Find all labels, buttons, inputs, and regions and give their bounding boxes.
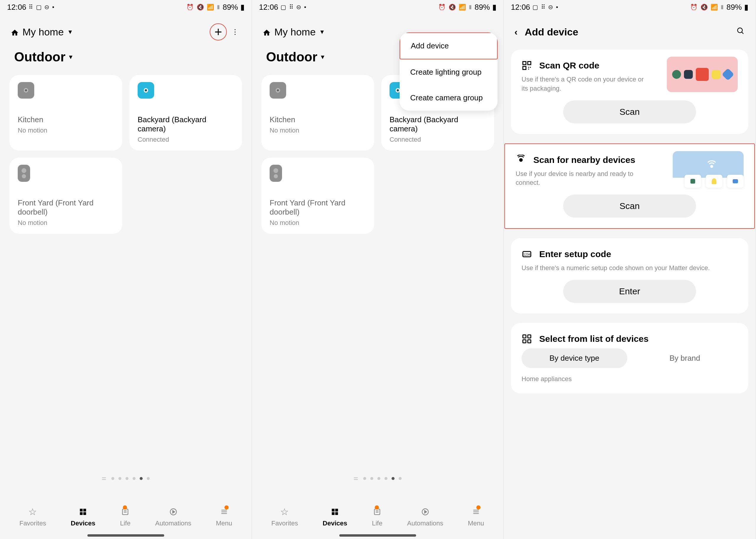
device-card-kitchen[interactable]: Kitchen No motion xyxy=(261,75,374,151)
add-button[interactable]: + xyxy=(210,23,227,40)
add-device-content: Scan QR code Use if there's a QR code on… xyxy=(504,49,755,394)
nav-life[interactable]: Life xyxy=(372,506,382,527)
svg-point-39 xyxy=(711,165,713,167)
room-name: Outdoor xyxy=(266,49,317,64)
dropdown-arrow-icon: ▼ xyxy=(319,29,325,36)
scan-qr-button[interactable]: Scan xyxy=(563,100,696,123)
battery-icon: ▮ xyxy=(492,3,496,12)
status-bar: 12:06 ▢ ⠿ ⊝ • ⏰ 🔇 📶 ⫴ 89% ▮ xyxy=(252,0,504,14)
svg-rect-42 xyxy=(523,335,526,338)
svg-rect-43 xyxy=(528,335,531,338)
svg-point-3 xyxy=(145,89,147,92)
status-left-icons: ▢ ⠿ ⊝ • xyxy=(533,4,559,11)
room-selector[interactable]: Outdoor ▼ xyxy=(0,49,252,75)
battery-icon: ▮ xyxy=(240,3,244,12)
popup-add-device[interactable]: Add device xyxy=(399,33,498,59)
status-right-icons: ⏰ 🔇 📶 ⫴ xyxy=(186,4,220,11)
pagination[interactable] xyxy=(354,477,402,480)
scan-nearby-button[interactable]: Scan xyxy=(563,194,696,217)
code-icon: 1234 xyxy=(522,249,532,260)
svg-rect-5 xyxy=(83,509,86,511)
qr-illustration xyxy=(667,57,738,92)
svg-rect-44 xyxy=(523,340,526,343)
nav-favorites[interactable]: ☆ Favorites xyxy=(271,506,298,527)
svg-text:1234: 1234 xyxy=(523,253,530,256)
nav-favorites[interactable]: ☆ Favorites xyxy=(20,506,46,527)
status-right-icons: ⏰ 🔇 📶 ⫴ xyxy=(438,4,472,11)
svg-point-30 xyxy=(738,28,742,33)
home-selector[interactable]: My home ▼ xyxy=(11,26,73,38)
by-device-type-button[interactable]: By device type xyxy=(522,348,627,368)
popup-camera-group[interactable]: Create camera group xyxy=(399,85,498,111)
device-card-kitchen[interactable]: Kitchen No motion xyxy=(9,75,122,151)
star-icon: ☆ xyxy=(279,506,290,517)
nav-automations[interactable]: Automations xyxy=(407,506,443,527)
popup-lighting-group[interactable]: Create lighting group xyxy=(399,59,498,85)
svg-rect-32 xyxy=(523,62,526,65)
home-selector[interactable]: My home ▼ xyxy=(263,26,325,38)
bottom-nav: ☆ Favorites Devices Life Automations xyxy=(252,506,504,527)
back-button[interactable]: ‹ xyxy=(514,27,521,38)
section-label: Home appliances xyxy=(522,375,738,383)
device-status: No motion xyxy=(18,219,114,227)
nav-menu[interactable]: Menu xyxy=(468,506,484,527)
device-card-backyard[interactable]: Backyard (Backyard camera) Connected xyxy=(129,75,242,151)
device-status: Connected xyxy=(389,136,486,143)
svg-rect-22 xyxy=(335,512,338,515)
status-left-icons: ▢ ⠿ ⊝ • xyxy=(281,4,307,11)
device-card-frontyard[interactable]: Front Yard (Front Yard doorbell) No moti… xyxy=(261,158,374,234)
home-title-text: My home xyxy=(23,26,64,38)
pagination[interactable] xyxy=(102,477,150,480)
nav-automations[interactable]: Automations xyxy=(155,506,191,527)
svg-rect-19 xyxy=(332,509,335,511)
status-battery: 89% xyxy=(726,3,742,12)
svg-rect-34 xyxy=(523,66,526,70)
card-setup-code[interactable]: 1234 Enter setup code Use if there's a n… xyxy=(511,238,748,314)
screen-home: 12:06 ⠿ ▢ ⊝ • ⏰ 🔇 📶 ⫴ 89% ▮ My home ▼ + … xyxy=(0,0,252,539)
card-scan-nearby[interactable]: Scan for nearby devices Use if your devi… xyxy=(504,143,755,229)
camera-icon xyxy=(137,82,154,99)
card-select-list[interactable]: Select from list of devices By device ty… xyxy=(511,323,748,394)
home-icon xyxy=(263,28,271,36)
search-button[interactable] xyxy=(736,27,745,37)
device-name: Kitchen xyxy=(270,115,366,124)
status-left-icons: ⠿ ▢ ⊝ • xyxy=(29,4,55,11)
play-icon xyxy=(168,506,179,517)
bottom-nav: ☆ Favorites Devices Life Automations xyxy=(0,506,252,527)
device-card-frontyard[interactable]: Front Yard (Front Yard doorbell) No moti… xyxy=(9,158,122,234)
nav-life[interactable]: Life xyxy=(120,506,130,527)
home-indicator[interactable] xyxy=(339,534,416,537)
status-bar: 12:06 ⠿ ▢ ⊝ • ⏰ 🔇 📶 ⫴ 89% ▮ xyxy=(0,0,252,14)
device-status: No motion xyxy=(18,127,114,134)
battery-icon: ▮ xyxy=(744,3,748,12)
add-device-header: ‹ Add device xyxy=(504,14,755,49)
more-menu-button[interactable]: ⋮ xyxy=(229,28,241,36)
svg-line-31 xyxy=(742,32,744,34)
screen-add-device: 12:06 ▢ ⠿ ⊝ • ⏰ 🔇 📶 ⫴ 89% ▮ ‹ Add device… xyxy=(504,0,756,539)
grid-icon xyxy=(78,506,88,517)
by-brand-button[interactable]: By brand xyxy=(632,348,738,368)
home-indicator[interactable] xyxy=(87,534,164,537)
device-status: No motion xyxy=(270,219,366,227)
play-icon xyxy=(420,506,431,517)
card-scan-qr[interactable]: Scan QR code Use if there's a QR code on… xyxy=(511,49,748,134)
svg-point-18 xyxy=(397,89,399,92)
status-right-icons: ⏰ 🔇 📶 ⫴ xyxy=(690,4,724,11)
svg-point-38 xyxy=(520,159,522,161)
card-title: Scan QR code xyxy=(539,60,599,71)
svg-rect-36 xyxy=(530,67,531,68)
svg-rect-33 xyxy=(528,62,531,65)
nav-devices[interactable]: Devices xyxy=(323,506,347,527)
card-desc: Use if there's a QR code on your device … xyxy=(522,75,651,93)
device-grid: Kitchen No motion Backyard (Backyard cam… xyxy=(0,75,252,234)
camera-icon xyxy=(270,82,286,99)
nearby-illustration xyxy=(673,151,744,188)
svg-rect-20 xyxy=(335,509,338,511)
nav-devices[interactable]: Devices xyxy=(71,506,95,527)
svg-point-16 xyxy=(277,89,279,92)
enter-code-button[interactable]: Enter xyxy=(563,280,696,303)
status-battery: 89% xyxy=(223,3,238,12)
status-time: 12:06 xyxy=(511,3,530,12)
nav-menu[interactable]: Menu xyxy=(216,506,232,527)
svg-rect-7 xyxy=(83,512,86,515)
